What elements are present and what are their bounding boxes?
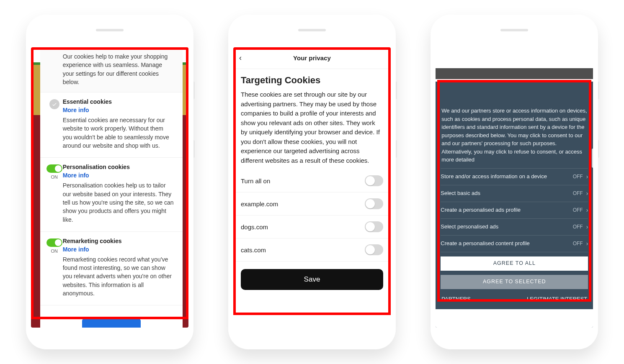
toggle-row: cats.com xyxy=(233,238,391,261)
phone-side-button xyxy=(193,82,195,99)
row-label: dogs.com xyxy=(241,223,268,231)
phone-side-button xyxy=(193,140,195,158)
phone-speaker xyxy=(96,29,124,31)
section-desc: Personalisation cookies help us to tailo… xyxy=(63,181,174,223)
phone-mockup-2: ‹ Your privacy Targeting Cookies These c… xyxy=(228,15,396,349)
agree-selected-button[interactable]: AGREE TO SELECTED xyxy=(441,275,588,289)
screen-3: We and our partners store or access info… xyxy=(436,47,593,328)
cookie-section-personalisation: ON Personalisation cookies More info Per… xyxy=(40,158,183,231)
more-info-link[interactable]: More info xyxy=(63,172,174,179)
phone-side-button xyxy=(598,82,599,99)
cookie-settings-panel: Our cookies help to make your shopping e… xyxy=(40,47,183,328)
save-button[interactable]: Save xyxy=(241,269,383,290)
section-desc: Remarketing cookies record what you've f… xyxy=(63,255,174,297)
phone-speaker xyxy=(500,29,528,31)
chevron-right-icon: › xyxy=(586,189,588,198)
row-label: Store and/or access information on a dev… xyxy=(441,172,572,181)
section-title: Personalisation cookies xyxy=(63,164,174,170)
toggle-switch[interactable] xyxy=(365,221,383,232)
row-label: Select basic ads xyxy=(441,189,572,197)
purpose-row[interactable]: Create a personalised content profile OF… xyxy=(441,236,588,252)
toggle-state-label: ON xyxy=(46,174,63,179)
cookie-section-remarketing: ON Remarketing cookies More info Remarke… xyxy=(40,232,183,305)
screen-1: Our cookies help to make your shopping e… xyxy=(31,47,188,328)
chevron-right-icon: › xyxy=(586,239,588,248)
row-state: OFF xyxy=(573,223,583,231)
purpose-row[interactable]: Store and/or access information on a dev… xyxy=(441,169,588,185)
row-label: Create a personalised ads profile xyxy=(441,206,572,214)
toggle-switch[interactable] xyxy=(365,198,383,209)
phone-speaker xyxy=(298,29,326,31)
chevron-right-icon: › xyxy=(586,223,588,231)
phone-side-button xyxy=(396,82,397,99)
purpose-row[interactable]: Select personalised ads OFF › xyxy=(441,219,588,236)
cookie-section-essential: Essential cookies More info Essential co… xyxy=(40,92,183,158)
phone-mockup-1: Our cookies help to make your shopping e… xyxy=(26,15,193,349)
page-banner xyxy=(436,68,593,79)
chevron-right-icon: › xyxy=(586,206,588,215)
row-label: Create a personalised content profile xyxy=(441,239,572,248)
purpose-row[interactable]: Create a personalised ads profile OFF › xyxy=(441,202,588,219)
more-info-link[interactable]: More info xyxy=(63,107,174,113)
purpose-row[interactable]: Select basic ads OFF › xyxy=(441,185,588,202)
header-title: Your privacy xyxy=(293,54,331,62)
section-title: Remarketing cookies xyxy=(63,238,174,244)
partners-link[interactable]: PARTNERS xyxy=(441,295,471,303)
section-desc: Essential cookies are necessary for our … xyxy=(63,116,174,150)
save-button[interactable] xyxy=(82,318,141,328)
agree-all-button[interactable]: AGREE TO ALL xyxy=(441,256,588,271)
phone-side-button xyxy=(396,140,397,158)
row-label: cats.com xyxy=(241,246,266,254)
row-state: OFF xyxy=(573,190,583,197)
toggle-row: example.com xyxy=(233,192,391,215)
legitimate-interest-link[interactable]: LEGITIMATE INTEREST xyxy=(527,295,587,303)
toggle-row-all: Turn all on xyxy=(233,169,391,192)
scrollbar-thumb[interactable] xyxy=(592,149,593,168)
back-icon[interactable]: ‹ xyxy=(239,54,242,62)
row-label: Select personalised ads xyxy=(441,223,572,231)
phone-mockup-3: We and our partners store or access info… xyxy=(431,15,598,349)
toggle-on[interactable] xyxy=(46,164,62,173)
intro-text: Our cookies help to make your shopping e… xyxy=(40,47,183,92)
row-state: OFF xyxy=(573,173,583,180)
intro-text: We and our partners store or access info… xyxy=(441,107,588,168)
toggle-row: dogs.com xyxy=(233,215,391,238)
toggle-on[interactable] xyxy=(46,238,62,247)
page-desc: These cookies are set through our site b… xyxy=(241,90,383,165)
chevron-right-icon: › xyxy=(586,172,588,181)
more-info-link[interactable]: More info xyxy=(63,246,174,253)
purpose-list: Store and/or access information on a dev… xyxy=(441,168,588,252)
screen-2: ‹ Your privacy Targeting Cookies These c… xyxy=(233,47,391,328)
section-title: Essential cookies xyxy=(63,98,174,105)
modal-header: ‹ Your privacy xyxy=(233,47,391,69)
row-label: example.com xyxy=(241,200,278,208)
row-state: OFF xyxy=(573,240,583,247)
toggle-state-label: ON xyxy=(46,249,63,254)
phone-side-button xyxy=(598,140,599,158)
toggle-switch[interactable] xyxy=(365,244,383,255)
row-state: OFF xyxy=(573,206,583,214)
row-label: Turn all on xyxy=(241,177,270,185)
check-icon xyxy=(49,99,59,109)
consent-panel: We and our partners store or access info… xyxy=(436,82,593,328)
toggle-switch[interactable] xyxy=(365,175,383,186)
page-heading: Targeting Cookies xyxy=(241,75,383,86)
